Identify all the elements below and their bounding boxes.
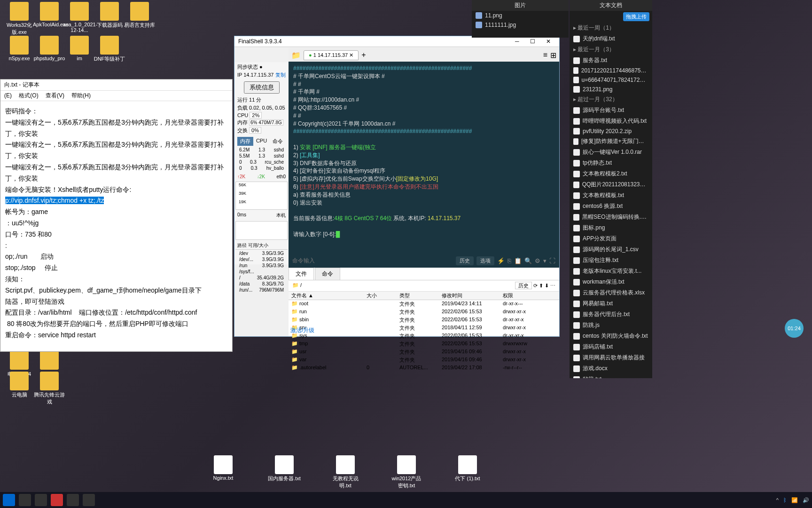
close-button[interactable]: ✕ bbox=[541, 38, 555, 45]
file-row[interactable]: 📁 srv文件夹2018/04/11 12:59drwxr-xr-x bbox=[289, 324, 559, 332]
search-icon[interactable]: 🔍 bbox=[524, 257, 532, 264]
desktop-icon[interactable]: phpstudy_pro bbox=[33, 36, 66, 61]
list-item[interactable]: 老版本linux宝塔安装.t... bbox=[570, 266, 652, 277]
network-icon[interactable]: 📶 bbox=[791, 497, 798, 503]
fs-row[interactable]: /35.4G/39.2G bbox=[237, 275, 286, 281]
list-item[interactable]: 231231.png bbox=[570, 85, 652, 94]
list-item[interactable]: 11.png bbox=[472, 11, 569, 20]
file-row[interactable]: 📁 sys文件夹2022/02/06 15:53dr-xr-xr-x bbox=[289, 332, 559, 340]
list-item[interactable]: 源码网的长尾词_1.csv bbox=[570, 244, 652, 255]
list-item[interactable]: 20171220211744868753165370_0 bbox=[570, 66, 652, 75]
process-row[interactable]: 00.3rcu_sche bbox=[237, 159, 286, 165]
list-item[interactable]: 压缩包注释.txt bbox=[570, 255, 652, 266]
copy-icon[interactable]: ⎘ bbox=[508, 257, 511, 264]
fs-row[interactable]: /sys/f... bbox=[237, 269, 286, 275]
fs-row[interactable]: /run3.9G/3.9G bbox=[237, 262, 286, 269]
upload-icon[interactable]: ⬆ bbox=[539, 283, 543, 288]
file-row[interactable]: 📁 var文件夹2019/04/16 09:46drwxr-xr-x bbox=[289, 356, 559, 364]
desktop-icon[interactable]: nSpy.exe bbox=[3, 36, 36, 61]
process-row[interactable]: 00.3hv_ballo bbox=[237, 165, 286, 171]
bluetooth-icon[interactable]: ᛒ bbox=[783, 497, 787, 503]
taskbar-app[interactable] bbox=[51, 494, 63, 506]
desktop-icon[interactable]: DNF等级补丁 bbox=[93, 36, 126, 63]
desktop-icon[interactable]: ApkToolAid.exe bbox=[33, 2, 66, 27]
fs-row[interactable]: /data8.3G/9.7G bbox=[237, 281, 286, 287]
activate-link[interactable]: 激活/升级 bbox=[290, 326, 314, 334]
list-item[interactable]: 源码平台账号.txt bbox=[570, 105, 652, 116]
tab-files[interactable]: 文件 bbox=[289, 268, 314, 280]
more-icon[interactable]: ⋯ bbox=[550, 283, 555, 288]
col-mtime[interactable]: 修改时间 bbox=[442, 292, 503, 299]
minimize-button[interactable]: ─ bbox=[510, 38, 524, 45]
list-item[interactable]: pvfUtility 2020.2.zip bbox=[570, 127, 652, 136]
list-item[interactable]: workman保活.txt bbox=[570, 277, 652, 287]
download-icon[interactable]: ⬇ bbox=[545, 283, 549, 288]
fs-row[interactable]: /dev3.9G/3.9G bbox=[237, 250, 286, 256]
maximize-button[interactable]: ☐ bbox=[526, 38, 540, 45]
tab-cmd[interactable]: 命令 bbox=[270, 137, 286, 146]
col-size[interactable]: 大小 bbox=[367, 292, 399, 299]
fullscreen-icon[interactable]: ⛶ bbox=[549, 257, 555, 264]
desktop-icon[interactable]: Works32化版.exe bbox=[3, 2, 36, 36]
list-item[interactable]: 服务器.txt bbox=[570, 55, 652, 66]
process-row[interactable]: 5.5M1.3sshd bbox=[237, 153, 286, 159]
cloud-upload-button[interactable]: 拖拽上传 bbox=[623, 12, 649, 21]
section-header[interactable]: ▸ 超过一月（32） bbox=[570, 94, 652, 105]
time-widget[interactable]: 01:24 bbox=[785, 319, 804, 338]
list-item[interactable]: centos 关闭防火墙命令.txt bbox=[570, 331, 652, 341]
desktop-icon[interactable]: Nginx.txt bbox=[207, 455, 240, 489]
desktop-icon[interactable]: 云电脑 bbox=[3, 372, 36, 398]
list-item[interactable]: 秘籍.txt bbox=[570, 374, 652, 378]
taskbar-app[interactable] bbox=[35, 494, 47, 506]
sysinfo-button[interactable]: 系统信息 bbox=[244, 81, 280, 94]
list-item[interactable]: 天的dnf端.txt bbox=[570, 33, 652, 44]
desktop-icon[interactable]: 代下 (1).txt bbox=[451, 455, 484, 489]
menu-view[interactable]: 查看(V) bbox=[46, 92, 64, 99]
section-header[interactable]: ▸ 最近一周（1） bbox=[570, 23, 652, 33]
menu-format[interactable]: 格式(O) bbox=[19, 92, 38, 99]
taskbar-app[interactable] bbox=[19, 494, 31, 506]
terminal-output[interactable]: ########################################… bbox=[289, 62, 559, 254]
list-item[interactable]: 图标.png bbox=[570, 222, 652, 233]
list-item[interactable]: 娱心一键端Ver 1.0.0.rar bbox=[570, 147, 652, 158]
list-item[interactable]: APP分发页面 bbox=[570, 233, 652, 244]
chevron-down-icon[interactable]: ▾ bbox=[543, 257, 547, 264]
list-item[interactable]: tp仿静态.txt bbox=[570, 158, 652, 168]
list-item[interactable]: centos6 换源.txt bbox=[570, 201, 652, 212]
desktop-icon[interactable]: asa_1.0_2021-12-14... bbox=[63, 2, 96, 33]
start-button[interactable] bbox=[3, 494, 15, 506]
list-item[interactable]: 黑帽SEO进制编码转换.html bbox=[570, 212, 652, 222]
desktop-icon[interactable]: 易语言支持库 bbox=[123, 2, 156, 29]
fs-row[interactable]: /dev/...3.9G/3.9G bbox=[237, 256, 286, 262]
list-item[interactable]: 云服务器代理价格表.xlsx bbox=[570, 287, 652, 298]
list-item[interactable]: 防跳.js bbox=[570, 320, 652, 331]
list-item[interactable]: 文本教程模板2.txt bbox=[570, 168, 652, 179]
file-row[interactable]: 📁 root文件夹2019/04/23 14:11dr-xr-x--- bbox=[289, 300, 559, 308]
list-item[interactable]: 服务器代理后台.txt bbox=[570, 309, 652, 320]
tray-icon[interactable]: ^ bbox=[776, 497, 779, 503]
paste-icon[interactable]: 📋 bbox=[514, 257, 522, 264]
file-row[interactable]: 📁 run文件夹2022/02/06 15:53drwxr-xr-x bbox=[289, 308, 559, 316]
fs-row[interactable]: /run/...796M/796M bbox=[237, 287, 286, 293]
list-item[interactable]: 哔哩哔哩视频嵌入代码.txt bbox=[570, 116, 652, 127]
refresh-icon[interactable]: ⟳ bbox=[533, 283, 538, 288]
list-item[interactable]: [修复]防炸频道+无限门票+GM模式 bbox=[570, 136, 652, 147]
col-name[interactable]: 文件名 ▲ bbox=[291, 292, 367, 299]
folder-icon[interactable]: 📁 bbox=[291, 51, 301, 60]
notepad-menubar[interactable]: (E) 格式(O) 查看(V) 帮助(H) bbox=[0, 91, 232, 101]
menu-help[interactable]: 帮助(H) bbox=[71, 92, 91, 99]
bolt-icon[interactable]: ⚡ bbox=[497, 257, 505, 264]
taskbar-app[interactable] bbox=[83, 494, 95, 506]
file-row[interactable]: 📁 tmp文件夹2022/02/06 15:53drwxrwxrw bbox=[289, 340, 559, 348]
file-history-button[interactable]: 历史 bbox=[515, 282, 532, 289]
tab-cpu[interactable]: CPU bbox=[253, 137, 269, 146]
tab-list-icon[interactable]: ≡ bbox=[543, 51, 547, 59]
tab-grid-icon[interactable]: ⊞ bbox=[550, 51, 556, 60]
notepad-content[interactable]: 密码指令：一键端没有之一，5系6系7系跑五国都是3分钟内跑完，月光登录器需要打补… bbox=[0, 101, 232, 346]
tab-mem[interactable]: 内存 bbox=[237, 137, 253, 146]
desktop-icon[interactable]: win2012产品密钥.txt bbox=[390, 455, 423, 489]
list-item[interactable]: 1111111.jpg bbox=[472, 20, 569, 30]
command-input[interactable] bbox=[292, 257, 453, 264]
desktop-icon[interactable]: 国内服务器.txt bbox=[268, 455, 301, 489]
list-item[interactable]: QQ图片20211208132348.jpg bbox=[570, 179, 652, 190]
